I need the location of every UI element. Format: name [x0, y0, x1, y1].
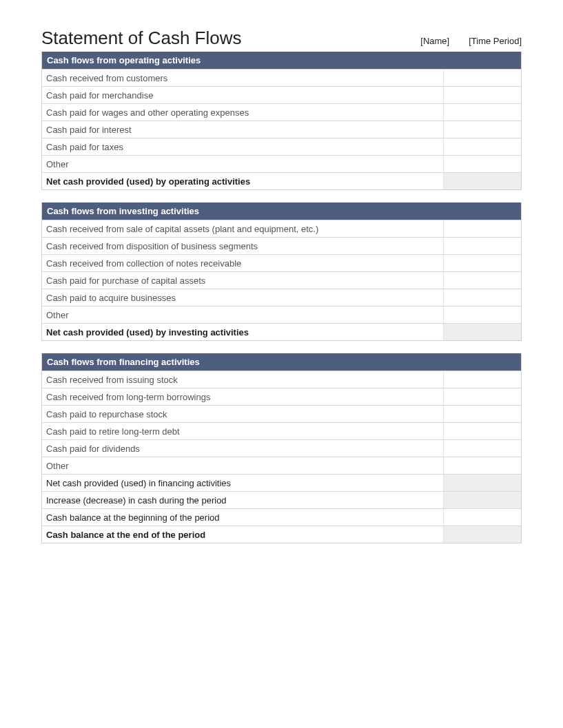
row-value[interactable]: [444, 492, 521, 508]
table-row: Cash paid for wages and other operating …: [42, 103, 521, 121]
row-value[interactable]: [444, 173, 521, 189]
document-header: Statement of Cash Flows [Name] [Time Per…: [41, 28, 522, 49]
row-value[interactable]: [444, 423, 521, 439]
table-row: Cash paid to acquire businesses: [42, 289, 521, 306]
table-row: Increase (decrease) in cash during the p…: [42, 491, 521, 508]
table-row: Cash paid for merchandise: [42, 86, 521, 103]
row-value[interactable]: [444, 324, 521, 340]
row-label: Cash received from customers: [42, 70, 444, 86]
table-row: Cash received from customers: [42, 69, 521, 86]
row-value[interactable]: [444, 457, 521, 474]
row-label: Cash balance at the beginning of the per…: [42, 509, 444, 526]
section-header: Cash flows from operating activities: [42, 52, 521, 69]
table-row: Cash balance at the beginning of the per…: [42, 508, 521, 526]
row-value[interactable]: [444, 440, 521, 457]
table-row: Other: [42, 306, 521, 323]
row-value[interactable]: [444, 121, 521, 138]
page-title: Statement of Cash Flows: [41, 28, 241, 49]
row-label: Cash received from issuing stock: [42, 371, 444, 388]
row-value[interactable]: [444, 388, 521, 405]
row-label: Net cash provided (used) in financing ac…: [42, 475, 444, 491]
row-label: Other: [42, 457, 444, 474]
sections-container: Cash flows from operating activitiesCash…: [41, 52, 522, 543]
row-label: Increase (decrease) in cash during the p…: [42, 492, 444, 508]
section: Cash flows from financing activitiesCash…: [41, 353, 522, 543]
row-value[interactable]: [444, 475, 521, 491]
section-header: Cash flows from investing activities: [42, 202, 521, 220]
table-row: Cash paid for taxes: [42, 138, 521, 155]
row-value[interactable]: [444, 255, 521, 271]
row-label: Cash paid for dividends: [42, 440, 444, 457]
section-header: Cash flows from financing activities: [42, 353, 521, 371]
row-value[interactable]: [444, 138, 521, 155]
row-label: Other: [42, 156, 444, 172]
table-row: Cash paid for dividends: [42, 439, 521, 457]
row-label: Cash received from disposition of busine…: [42, 238, 444, 254]
table-row: Other: [42, 155, 521, 172]
row-value[interactable]: [444, 104, 521, 121]
table-row: Cash received from collection of notes r…: [42, 254, 521, 271]
row-value[interactable]: [444, 371, 521, 388]
row-label: Cash paid to acquire businesses: [42, 289, 444, 306]
row-value[interactable]: [444, 238, 521, 254]
row-label: Other: [42, 306, 444, 323]
meta-period: [Time Period]: [469, 36, 522, 46]
table-row: Cash received from sale of capital asset…: [42, 220, 521, 237]
row-label: Cash paid to retire long-term debt: [42, 423, 444, 439]
row-label: Cash paid for interest: [42, 121, 444, 138]
row-label: Cash paid to repurchase stock: [42, 406, 444, 422]
meta-name: [Name]: [420, 36, 449, 46]
row-label: Cash paid for purchase of capital assets: [42, 272, 444, 289]
row-value[interactable]: [444, 87, 521, 103]
row-value[interactable]: [444, 289, 521, 306]
table-row: Cash paid for interest: [42, 121, 521, 138]
table-row: Cash received from disposition of busine…: [42, 237, 521, 254]
row-label: Cash received from collection of notes r…: [42, 255, 444, 271]
row-label: Cash received from long-term borrowings: [42, 388, 444, 405]
row-label: Cash paid for merchandise: [42, 87, 444, 103]
row-value[interactable]: [444, 272, 521, 289]
row-label: Net cash provided (used) by investing ac…: [42, 324, 444, 340]
table-row: Net cash provided (used) by investing ac…: [42, 323, 521, 340]
table-row: Cash balance at the end of the period: [42, 526, 521, 543]
table-row: Cash paid to repurchase stock: [42, 405, 521, 422]
table-row: Cash paid for purchase of capital assets: [42, 271, 521, 289]
document-meta: [Name] [Time Period]: [420, 36, 522, 49]
row-value[interactable]: [444, 406, 521, 422]
row-label: Cash paid for wages and other operating …: [42, 104, 444, 121]
table-row: Cash paid to retire long-term debt: [42, 422, 521, 439]
row-value[interactable]: [444, 220, 521, 237]
row-value[interactable]: [444, 156, 521, 172]
row-label: Cash balance at the end of the period: [42, 526, 444, 543]
row-value[interactable]: [444, 526, 521, 543]
section: Cash flows from operating activitiesCash…: [41, 52, 522, 190]
table-row: Cash received from issuing stock: [42, 371, 521, 388]
table-row: Net cash provided (used) in financing ac…: [42, 474, 521, 491]
table-row: Cash received from long-term borrowings: [42, 388, 521, 405]
row-value[interactable]: [444, 509, 521, 526]
table-row: Net cash provided (used) by operating ac…: [42, 172, 521, 189]
section: Cash flows from investing activitiesCash…: [41, 202, 522, 341]
row-value[interactable]: [444, 306, 521, 323]
row-value[interactable]: [444, 70, 521, 86]
row-label: Net cash provided (used) by operating ac…: [42, 173, 444, 189]
table-row: Other: [42, 457, 521, 474]
row-label: Cash paid for taxes: [42, 138, 444, 155]
row-label: Cash received from sale of capital asset…: [42, 220, 444, 237]
